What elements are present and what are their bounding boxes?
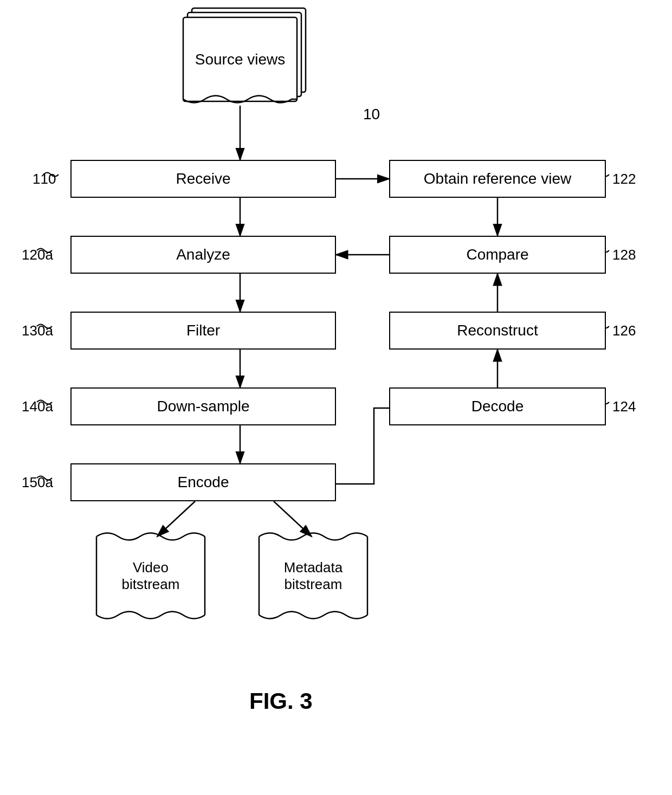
reconstruct-box: Reconstruct <box>389 312 606 350</box>
compare-ref: 128 <box>612 247 636 263</box>
filter-ref: 130a <box>22 322 53 339</box>
diagram-container: Source views 10 Receive 110 Analyze 120a… <box>0 0 672 795</box>
compare-label: Compare <box>466 246 528 263</box>
receive-ref: 110 <box>33 171 56 188</box>
svg-line-11 <box>274 501 312 537</box>
decode-label: Decode <box>471 398 524 415</box>
downsample-label: Down-sample <box>157 398 249 415</box>
downsample-ref: 140a <box>22 398 53 415</box>
decode-box: Decode <box>389 387 606 425</box>
analyze-box: Analyze <box>70 236 336 274</box>
svg-line-10 <box>157 501 195 537</box>
filter-box: Filter <box>70 312 336 350</box>
reconstruct-ref: 126 <box>612 322 636 339</box>
encode-ref: 150a <box>22 474 53 491</box>
video-bitstream-box: Videobitstream <box>96 537 205 615</box>
receive-label: Receive <box>176 170 230 188</box>
receive-box: Receive <box>70 160 336 198</box>
diagram-number: 10 <box>363 106 380 123</box>
obtain-ref-ref: 122 <box>612 171 636 188</box>
analyze-ref: 120a <box>22 247 53 263</box>
obtain-ref-label: Obtain reference view <box>424 170 571 188</box>
encode-label: Encode <box>178 474 229 491</box>
source-views-label: Source views <box>195 51 286 68</box>
decode-ref: 124 <box>612 398 636 415</box>
downsample-box: Down-sample <box>70 387 336 425</box>
compare-box: Compare <box>389 236 606 274</box>
filter-label: Filter <box>186 322 220 339</box>
source-views-box: Source views <box>183 17 297 101</box>
metadata-bitstream-label: Metadatabitstream <box>284 559 343 593</box>
metadata-bitstream-box: Metadatabitstream <box>259 537 367 615</box>
obtain-ref-box: Obtain reference view <box>389 160 606 198</box>
figure-label: FIG. 3 <box>249 688 313 714</box>
reconstruct-label: Reconstruct <box>457 322 538 339</box>
encode-box: Encode <box>70 463 336 501</box>
video-bitstream-label: Videobitstream <box>122 559 180 593</box>
analyze-label: Analyze <box>176 246 230 263</box>
